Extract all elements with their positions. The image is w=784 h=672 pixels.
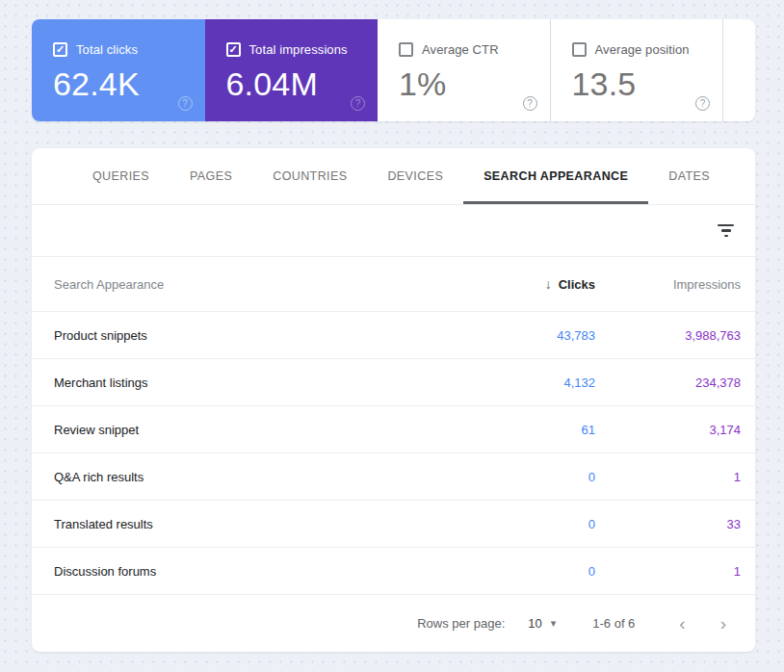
table-row[interactable]: Merchant listings 4,132 234,378 [32,359,755,406]
column-header-clicks[interactable]: ↓Clicks [480,276,595,292]
filter-icon[interactable] [718,223,734,239]
table-row[interactable]: Review snippet 61 3,174 [32,406,755,453]
row-impressions: 3,174 [595,423,741,437]
rows-per-page-select[interactable]: 10 ▾ [528,616,556,631]
rows-per-page-value: 10 [528,616,541,631]
metric-card-average-position[interactable]: Average position 13.5 ? [551,19,724,121]
row-dimension: Product snippets [54,328,480,343]
tab-queries[interactable]: QUERIES [72,148,170,204]
table-header-row: Search Appearance ↓Clicks Impressions [32,257,755,312]
pagination-bar: Rows per page: 10 ▾ 1-6 of 6 ‹ › [32,595,755,652]
row-impressions: 234,378 [595,375,741,390]
checkbox-unchecked-icon[interactable] [399,42,413,57]
checkbox-checked-icon[interactable]: ✓ [226,42,241,57]
metric-card-label: Average position [595,42,690,57]
checkbox-checked-icon[interactable]: ✓ [53,42,67,57]
dimension-tabs: QUERIES PAGES COUNTRIES DEVICES SEARCH A… [32,148,755,205]
tab-dates[interactable]: DATES [648,148,730,204]
row-clicks: 43,783 [480,328,595,343]
row-clicks: 0 [480,517,595,531]
row-dimension: Merchant listings [54,375,480,390]
row-clicks: 0 [480,470,595,484]
row-impressions: 1 [595,470,741,484]
table-row[interactable]: Product snippets 43,783 3,988,763 [32,312,755,359]
tab-search-appearance[interactable]: SEARCH APPEARANCE [463,148,648,204]
tab-pages[interactable]: PAGES [170,148,252,204]
metric-card-total-impressions[interactable]: ✓ Total impressions 6.04M ? [205,19,379,121]
row-clicks: 61 [480,423,595,437]
table-row[interactable]: Discussion forums 0 1 [32,548,755,595]
column-header-impressions[interactable]: Impressions [595,277,741,292]
metric-card-label: Average CTR [422,42,499,57]
next-page-icon[interactable]: › [720,614,726,633]
column-header-dimension: Search Appearance [54,277,480,292]
row-dimension: Q&A rich results [54,470,480,484]
row-clicks: 0 [480,564,595,579]
pagination-range: 1-6 of 6 [592,616,635,631]
help-icon[interactable]: ? [178,96,193,111]
row-impressions: 1 [595,564,741,579]
tab-countries[interactable]: COUNTRIES [252,148,367,204]
metric-card-header: ✓ Total impressions [226,42,379,57]
metric-card-header: Average position [572,42,723,57]
checkbox-unchecked-icon[interactable] [572,42,587,57]
row-clicks: 4,132 [480,375,595,390]
table-toolbar [32,205,755,257]
metric-card-header: ✓ Total clicks [53,42,205,57]
report-panel: QUERIES PAGES COUNTRIES DEVICES SEARCH A… [32,148,755,652]
table-row[interactable]: Q&A rich results 0 1 [32,453,755,501]
metric-card-label: Total impressions [249,42,348,57]
rows-per-page-label: Rows per page: [417,616,505,631]
dropdown-arrow-icon: ▾ [551,617,557,630]
metric-card-header: Average CTR [399,42,550,57]
table-row[interactable]: Translated results 0 33 [32,501,755,548]
prev-page-icon[interactable]: ‹ [679,614,685,633]
help-icon[interactable]: ? [523,96,537,111]
row-dimension: Review snippet [54,423,480,437]
row-impressions: 3,988,763 [595,328,741,343]
metric-card-total-clicks[interactable]: ✓ Total clicks 62.4K ? [32,19,205,121]
help-icon[interactable]: ? [351,96,365,111]
sort-desc-icon: ↓ [545,276,552,292]
metric-card-label: Total clicks [76,42,138,57]
row-dimension: Translated results [54,517,480,531]
metric-cards-strip: ✓ Total clicks 62.4K ? ✓ Total impressio… [32,19,755,121]
metric-card-average-ctr[interactable]: Average CTR 1% ? [378,19,551,121]
tab-devices[interactable]: DEVICES [367,148,463,204]
help-icon[interactable]: ? [695,96,710,111]
row-dimension: Discussion forums [54,564,480,579]
row-impressions: 33 [595,517,741,531]
